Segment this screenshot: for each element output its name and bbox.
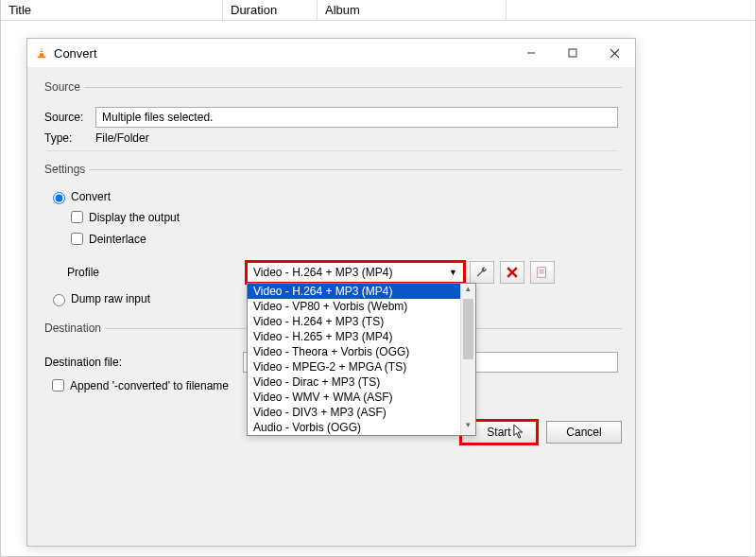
deinterlace-input[interactable] xyxy=(71,233,83,245)
edit-profile-button[interactable] xyxy=(470,261,494,284)
dropdown-option[interactable]: Video - WMV + WMA (ASF) xyxy=(248,390,460,405)
svg-rect-9 xyxy=(538,268,546,278)
source-legend: Source xyxy=(41,80,84,94)
profile-label: Profile xyxy=(67,266,247,279)
dump-raw-label: Dump raw input xyxy=(71,292,150,305)
convert-dialog: Convert Source Source: Type: File/Folder xyxy=(26,38,636,547)
background-header: Title Duration Album xyxy=(1,0,755,21)
deinterlace-checkbox[interactable]: Deinterlace xyxy=(67,230,618,248)
titlebar: Convert xyxy=(27,39,635,67)
display-output-input[interactable] xyxy=(71,211,83,223)
source-input[interactable] xyxy=(95,107,618,128)
settings-legend: Settings xyxy=(41,163,89,176)
svg-rect-1 xyxy=(40,52,44,53)
delete-profile-button[interactable] xyxy=(500,261,524,284)
scroll-down-icon[interactable]: ▾ xyxy=(461,420,475,435)
scroll-up-icon[interactable]: ▴ xyxy=(461,284,475,299)
dropdown-option[interactable]: Video - H.265 + MP3 (MP4) xyxy=(248,329,460,344)
new-profile-button[interactable] xyxy=(530,261,555,284)
scroll-thumb[interactable] xyxy=(463,299,473,359)
append-converted-input[interactable] xyxy=(52,379,64,392)
dropdown-scrollbar[interactable]: ▴ ▾ xyxy=(460,284,475,435)
svg-rect-0 xyxy=(40,50,43,51)
profile-combobox[interactable]: Video - H.264 + MP3 (MP4) ▼ xyxy=(247,262,464,283)
column-duration[interactable]: Duration xyxy=(223,0,318,20)
dropdown-option[interactable]: Video - Theora + Vorbis (OGG) xyxy=(248,344,460,359)
source-group: Source Source: Type: File/Folder xyxy=(41,80,622,155)
cancel-button-label: Cancel xyxy=(566,426,601,439)
vlc-cone-icon xyxy=(35,46,48,60)
svg-rect-2 xyxy=(38,57,46,59)
dropdown-option[interactable]: Video - MPEG-2 + MPGA (TS) xyxy=(248,359,460,374)
dropdown-option[interactable]: Video - H.264 + MP3 (MP4) xyxy=(248,284,460,299)
cursor-icon xyxy=(513,424,526,441)
destination-file-label: Destination file: xyxy=(44,356,243,369)
profile-dropdown-list: Video - H.264 + MP3 (MP4) Video - VP80 +… xyxy=(248,284,460,435)
dropdown-option[interactable]: Video - H.264 + MP3 (TS) xyxy=(248,314,460,329)
source-label: Source: xyxy=(44,111,95,124)
type-label: Type: xyxy=(44,131,95,145)
destination-legend: Destination xyxy=(41,322,105,335)
profile-dropdown[interactable]: Video - H.264 + MP3 (MP4) Video - VP80 +… xyxy=(247,283,476,436)
profile-value: Video - H.264 + MP3 (MP4) xyxy=(253,266,393,279)
dropdown-option[interactable]: Video - Dirac + MP3 (TS) xyxy=(248,374,460,390)
display-output-label: Display the output xyxy=(89,211,180,224)
scroll-track[interactable] xyxy=(461,359,475,420)
svg-rect-4 xyxy=(569,49,576,57)
dialog-title: Convert xyxy=(54,46,510,61)
new-profile-icon xyxy=(536,266,549,279)
start-button-label: Start xyxy=(487,426,510,439)
type-value: File/Folder xyxy=(95,131,149,145)
settings-group: Settings Convert Display the output Dein… xyxy=(41,163,622,314)
dropdown-option[interactable]: Video - VP80 + Vorbis (Webm) xyxy=(248,299,460,314)
convert-radio-input[interactable] xyxy=(53,192,65,204)
close-button[interactable] xyxy=(593,39,635,67)
cancel-button[interactable]: Cancel xyxy=(546,421,622,444)
chevron-down-icon: ▼ xyxy=(449,268,457,277)
dump-raw-input[interactable] xyxy=(53,294,65,306)
deinterlace-label: Deinterlace xyxy=(89,233,146,246)
column-title[interactable]: Title xyxy=(1,0,223,20)
maximize-button[interactable] xyxy=(552,39,593,67)
wrench-icon xyxy=(475,266,489,279)
display-output-checkbox[interactable]: Display the output xyxy=(67,208,618,226)
dropdown-option[interactable]: Video - DIV3 + MP3 (ASF) xyxy=(248,405,460,420)
close-icon xyxy=(507,267,518,278)
dropdown-option[interactable]: Audio - Vorbis (OGG) xyxy=(248,420,460,435)
convert-radio[interactable]: Convert xyxy=(48,189,618,204)
append-converted-label: Append '-converted' to filename xyxy=(70,379,229,392)
minimize-button[interactable] xyxy=(510,39,552,67)
column-album[interactable]: Album xyxy=(318,0,507,20)
convert-radio-label: Convert xyxy=(71,190,111,203)
